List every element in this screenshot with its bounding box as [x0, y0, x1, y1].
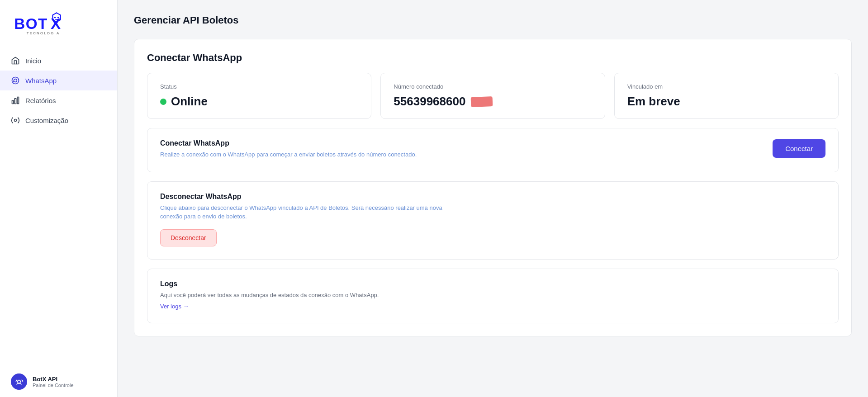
avatar — [11, 373, 27, 390]
whatsapp-icon — [11, 76, 20, 85]
sidebar-item-relatorios-label: Relatórios — [25, 97, 56, 104]
logs-section-title: Logs — [160, 280, 825, 288]
sidebar-item-relatorios[interactable]: Relatórios — [0, 90, 117, 110]
sidebar-footer: BotX API Painel de Controle — [0, 366, 117, 397]
svg-rect-9 — [17, 97, 19, 104]
page-title: Gerenciar API Boletos — [134, 14, 852, 26]
view-logs-link[interactable]: Ver logs → — [160, 303, 189, 310]
sidebar: BOT X TECNOLOGIA Inicio — [0, 0, 118, 397]
sidebar-item-whatsapp-label: WhatsApp — [25, 77, 57, 85]
svg-point-10 — [14, 119, 17, 122]
phone-number-text: 55639968600 — [394, 95, 465, 109]
home-icon — [11, 56, 20, 65]
number-label: Número conectado — [394, 83, 592, 90]
footer-name: BotX API — [33, 376, 74, 383]
sidebar-item-customizacao-label: Customização — [25, 117, 68, 124]
customization-icon — [11, 116, 20, 125]
svg-point-4 — [57, 17, 59, 19]
sidebar-item-inicio[interactable]: Inicio — [0, 51, 117, 71]
svg-rect-8 — [14, 99, 16, 104]
status-card-linked: Vinculado em Em breve — [614, 73, 839, 119]
sidebar-item-customizacao[interactable]: Customização — [0, 110, 117, 130]
footer-subtitle: Painel de Controle — [33, 383, 74, 388]
disconnect-section-card: Desconectar WhatsApp Clique abaixo para … — [147, 181, 839, 260]
svg-point-11 — [18, 380, 21, 383]
connect-description: Realize a conexão com o WhatsApp para co… — [160, 150, 432, 159]
footer-text: BotX API Painel de Controle — [33, 376, 74, 388]
sidebar-item-inicio-label: Inicio — [25, 57, 41, 65]
disconnect-description: Clique abaixo para desconectar o WhatsAp… — [160, 203, 450, 221]
bar-chart-icon — [11, 96, 20, 105]
svg-text:BOT: BOT — [14, 15, 47, 32]
linked-label: Vinculado em — [627, 83, 825, 90]
connect-button[interactable]: Conectar — [773, 139, 825, 158]
sidebar-nav: Inicio WhatsApp Relatórios — [0, 47, 117, 366]
disconnect-button[interactable]: Desconectar — [160, 229, 217, 246]
logs-section-card: Logs Aqui você poderá ver todas as mudan… — [147, 269, 839, 324]
status-card-status: Status Online — [147, 73, 371, 119]
status-value: Online — [160, 95, 358, 109]
logo: BOT X TECNOLOGIA — [11, 11, 70, 38]
disconnect-section-title: Desconectar WhatsApp — [160, 193, 825, 201]
main-wrapper-card: Conectar WhatsApp Status Online Número c… — [134, 39, 852, 336]
svg-point-3 — [54, 17, 56, 19]
status-card-number: Número conectado 55639968600 — [380, 73, 605, 119]
status-label: Status — [160, 83, 358, 90]
logs-description: Aqui você poderá ver todas as mudanças d… — [160, 291, 825, 300]
sidebar-item-whatsapp[interactable]: WhatsApp — [0, 71, 117, 90]
linked-value: Em breve — [627, 95, 825, 109]
connect-info: Conectar WhatsApp Realize a conexão com … — [160, 139, 773, 159]
number-value: 55639968600 — [394, 95, 592, 109]
status-cards-row: Status Online Número conectado 556399686… — [147, 73, 839, 119]
connect-whatsapp-heading: Conectar WhatsApp — [147, 52, 839, 64]
svg-rect-7 — [12, 100, 14, 104]
connect-section-card: Conectar WhatsApp Realize a conexão com … — [147, 128, 839, 172]
redacted-overlay — [471, 96, 493, 107]
main-content: Gerenciar API Boletos Conectar WhatsApp … — [118, 0, 868, 397]
svg-point-6 — [12, 77, 19, 84]
connect-section-row: Conectar WhatsApp Realize a conexão com … — [160, 139, 825, 159]
logo-area: BOT X TECNOLOGIA — [0, 0, 117, 47]
svg-text:TECNOLOGIA: TECNOLOGIA — [27, 31, 60, 35]
status-online-dot — [160, 99, 166, 105]
connect-section-title: Conectar WhatsApp — [160, 139, 773, 147]
